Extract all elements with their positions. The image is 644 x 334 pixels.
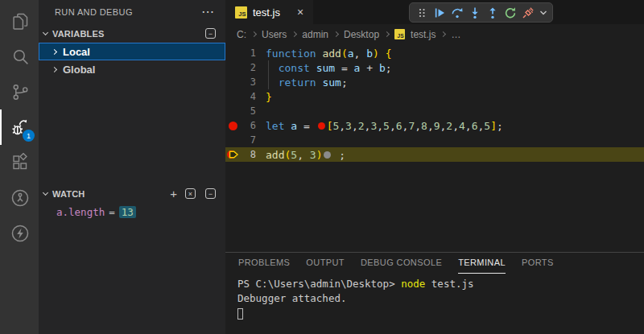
inline-breakpoint-candidate-icon[interactable]	[324, 151, 331, 159]
activity-lightning[interactable]	[0, 216, 39, 251]
files-explorer-icon	[10, 11, 31, 31]
grip-dots-icon	[416, 6, 427, 19]
line-number: 1	[240, 47, 256, 59]
chevron-right-icon	[333, 31, 339, 37]
extensions-icon	[10, 153, 30, 172]
js-file-icon: JS	[235, 6, 247, 19]
editor-group: JS test.js ×	[225, 0, 644, 334]
line-number: 5	[240, 105, 256, 117]
panel-tab-problems[interactable]: PROBLEMS	[238, 253, 290, 274]
line-number: 8	[240, 149, 256, 160]
chevron-right-icon	[384, 31, 390, 37]
activity-run-and-debug[interactable]: 1	[0, 109, 39, 145]
activity-source-control[interactable]	[0, 74, 39, 109]
tab-testjs[interactable]: JS test.js ×	[225, 0, 313, 24]
panel-tab-terminal[interactable]: TERMINAL	[458, 253, 506, 274]
breakpoint-icon[interactable]	[225, 122, 240, 130]
step-into-button[interactable]	[467, 5, 482, 20]
code-line[interactable]: 8add(5, 3) ;	[225, 147, 644, 162]
toolbar-more-button[interactable]	[538, 5, 548, 20]
add-expression-icon[interactable]: +	[170, 187, 177, 200]
line-number: 2	[240, 62, 256, 73]
disconnect-plug-icon	[522, 6, 535, 19]
source-control-icon	[10, 82, 31, 102]
step-over-button[interactable]	[449, 5, 464, 20]
continue-icon	[433, 6, 446, 19]
inline-breakpoint-icon[interactable]	[318, 122, 325, 130]
remove-all-expressions-icon[interactable]: ×	[185, 188, 196, 199]
close-tab-icon[interactable]: ×	[297, 6, 303, 19]
chevron-down-icon	[539, 8, 548, 18]
breadcrumb-item[interactable]: C:	[237, 29, 246, 40]
watch-value: 13	[119, 206, 136, 218]
code-text: return sum;	[266, 76, 348, 89]
variables-scope-local[interactable]: Local	[39, 43, 225, 60]
code-line[interactable]: 3 return sum;	[225, 75, 644, 89]
activity-extensions[interactable]	[0, 145, 39, 180]
panel-tab-bar: PROBLEMSOUTPUTDEBUG CONSOLETERMINALPORTS	[238, 253, 644, 274]
code-text: }	[266, 91, 272, 103]
circle-branch-icon	[10, 188, 31, 208]
debug-toolbar	[409, 2, 553, 23]
panel-tab-ports[interactable]: PORTS	[522, 253, 554, 274]
breadcrumb-item[interactable]: admin	[302, 29, 328, 40]
step-over-icon	[451, 6, 464, 19]
watch-expression: a.length	[56, 206, 105, 218]
toolbar-drag-handle[interactable]	[414, 5, 429, 20]
watch-section-header[interactable]: WATCH + × −	[39, 184, 225, 203]
breadcrumb-item[interactable]: Desktop	[344, 29, 379, 40]
terminal-line	[237, 306, 644, 320]
code-line[interactable]: 7	[225, 133, 644, 147]
tab-label: test.js	[253, 6, 280, 19]
code-line[interactable]: 4}	[225, 89, 644, 104]
line-number: 4	[240, 91, 256, 102]
line-number: 3	[240, 76, 256, 88]
step-out-button[interactable]	[485, 5, 500, 20]
terminal-output[interactable]: PS C:\Users\admin\Desktop> node test.jsD…	[225, 274, 644, 320]
step-into-icon	[469, 6, 481, 19]
collapse-all-icon[interactable]: −	[205, 28, 216, 39]
variables-empty-area	[39, 78, 225, 184]
chevron-down-icon	[43, 189, 48, 195]
line-number: 6	[240, 120, 256, 131]
code-line[interactable]: 1function add(a, b) {	[225, 46, 644, 60]
collapse-all-icon[interactable]: −	[205, 188, 216, 199]
activity-explorer[interactable]	[0, 3, 39, 39]
watch-expression-row[interactable]: a.length = 13	[39, 203, 225, 221]
restart-button[interactable]	[502, 5, 518, 20]
code-line[interactable]: 6let a = [5,3,2,3,5,6,7,8,9,2,4,6,5];	[225, 118, 644, 133]
run-and-debug-sidebar: RUN AND DEBUG ⋯ VARIABLES − Local Global…	[39, 0, 225, 334]
continue-button[interactable]	[431, 5, 447, 20]
code-text: function add(a, b) {	[266, 47, 392, 60]
watch-equals: =	[109, 206, 115, 218]
terminal-line: PS C:\Users\admin\Desktop> node test.js	[237, 277, 644, 291]
line-number: 7	[240, 134, 256, 146]
terminal-cursor	[237, 308, 243, 320]
variables-label: VARIABLES	[52, 29, 200, 39]
variables-section-header[interactable]: VARIABLES −	[39, 24, 225, 43]
variables-scope-global[interactable]: Global	[39, 60, 225, 78]
current-frame-breakpoint-icon[interactable]	[225, 148, 240, 161]
more-actions-button[interactable]: ⋯	[201, 8, 214, 16]
panel-tab-output[interactable]: OUTPUT	[306, 253, 345, 274]
activity-search[interactable]	[0, 39, 39, 74]
disconnect-button[interactable]	[520, 5, 535, 20]
breadcrumb-item[interactable]: …	[451, 29, 460, 40]
code-line[interactable]: 2 const sum = a + b;	[225, 60, 644, 75]
terminal-line: Debugger attached.	[237, 291, 644, 306]
breadcrumb-item[interactable]: Users	[262, 29, 287, 40]
chevron-right-icon	[291, 31, 297, 37]
lightning-circle-icon	[10, 223, 31, 244]
scope-label: Global	[63, 64, 95, 76]
panel-tab-debug-console[interactable]: DEBUG CONSOLE	[361, 253, 442, 274]
chevron-down-icon	[43, 29, 48, 35]
code-editor[interactable]: 1function add(a, b) {2 const sum = a + b…	[225, 44, 644, 252]
breadcrumb: C:UsersadminDesktopJStest.js…	[225, 24, 644, 44]
code-text: let a = [5,3,2,3,5,6,7,8,9,2,4,6,5];	[266, 120, 503, 132]
chevron-right-icon	[52, 48, 57, 54]
code-line[interactable]: 5	[225, 104, 644, 118]
bottom-panel: PROBLEMSOUTPUTDEBUG CONSOLETERMINALPORTS…	[225, 252, 644, 334]
activity-circle-branch[interactable]	[0, 180, 39, 216]
breadcrumb-item[interactable]: test.js	[411, 29, 436, 40]
sidebar-header: RUN AND DEBUG ⋯	[39, 0, 225, 24]
